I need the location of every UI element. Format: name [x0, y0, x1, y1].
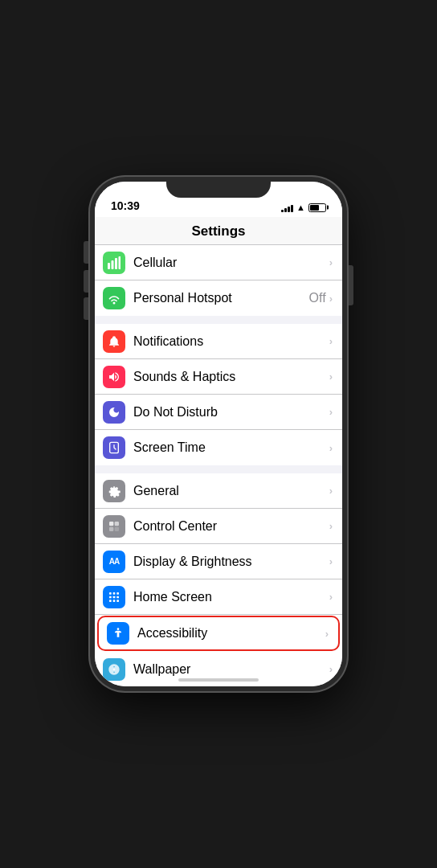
settings-content[interactable]: Settings Cellular ›	[95, 217, 342, 686]
sounds-icon	[103, 366, 125, 388]
wallpaper-chevron: ›	[329, 663, 333, 675]
svg-rect-7	[115, 522, 119, 526]
svg-rect-6	[109, 522, 113, 526]
home-indicator[interactable]	[178, 678, 259, 682]
svg-rect-3	[119, 256, 121, 269]
display-label: Display & Brightness	[133, 555, 329, 569]
row-display[interactable]: AA Display & Brightness ›	[95, 544, 342, 579]
battery-status-icon	[308, 203, 326, 212]
svg-rect-15	[116, 596, 119, 598]
wallpaper-icon	[103, 658, 125, 681]
notifications-label: Notifications	[133, 334, 329, 349]
row-cellular[interactable]: Cellular ›	[95, 245, 342, 280]
accessibility-icon	[107, 622, 129, 645]
row-homescreen[interactable]: Home Screen ›	[95, 579, 342, 615]
general-label: General	[133, 484, 329, 498]
screentime-label: Screen Time	[133, 440, 329, 455]
homescreen-chevron: ›	[329, 591, 333, 603]
homescreen-icon	[103, 586, 125, 608]
row-dnd[interactable]: Do Not Disturb ›	[95, 395, 342, 430]
phone-screen: 10:39 ▲ Settings	[95, 182, 342, 686]
gap-1	[95, 316, 342, 324]
signal-icon	[281, 203, 293, 212]
accessibility-chevron: ›	[325, 628, 329, 640]
gap-2	[95, 465, 342, 473]
dnd-icon	[103, 401, 125, 424]
sounds-label: Sounds & Haptics	[133, 370, 329, 384]
controlcenter-chevron: ›	[329, 520, 333, 532]
svg-rect-16	[109, 600, 112, 602]
general-icon	[103, 480, 125, 502]
page-title: Settings	[191, 223, 245, 239]
notifications-chevron: ›	[329, 335, 333, 347]
row-controlcenter[interactable]: Control Center ›	[95, 509, 342, 544]
svg-point-19	[117, 628, 120, 630]
screentime-icon	[103, 436, 125, 459]
row-general[interactable]: General ›	[95, 473, 342, 509]
row-hotspot[interactable]: Personal Hotspot Off ›	[95, 280, 342, 316]
svg-rect-13	[109, 596, 112, 598]
section-connectivity: Cellular › Personal Hotspot Off ›	[95, 245, 342, 316]
svg-rect-8	[109, 526, 113, 530]
sounds-chevron: ›	[329, 371, 333, 383]
hotspot-icon	[103, 287, 125, 309]
svg-point-4	[113, 302, 116, 305]
homescreen-label: Home Screen	[133, 590, 329, 604]
accessibility-label: Accessibility	[137, 626, 325, 641]
notch	[166, 177, 271, 198]
cellular-chevron: ›	[329, 256, 333, 268]
row-notifications[interactable]: Notifications ›	[95, 324, 342, 359]
svg-rect-1	[112, 260, 114, 269]
display-chevron: ›	[329, 555, 333, 567]
hotspot-label: Personal Hotspot	[133, 291, 309, 305]
svg-rect-17	[113, 600, 116, 602]
display-icon: AA	[103, 551, 125, 573]
screentime-chevron: ›	[329, 442, 333, 454]
svg-rect-0	[108, 263, 110, 269]
general-chevron: ›	[329, 485, 333, 497]
notifications-icon	[103, 330, 125, 353]
phone-frame: 10:39 ▲ Settings	[90, 177, 347, 691]
status-time: 10:39	[111, 199, 140, 212]
hotspot-value: Off	[309, 291, 326, 305]
svg-rect-12	[116, 592, 119, 595]
svg-rect-14	[113, 596, 116, 598]
svg-rect-9	[115, 526, 119, 530]
cellular-label: Cellular	[133, 256, 329, 270]
section-display: General › Control Center ›	[95, 473, 342, 686]
hotspot-chevron: ›	[329, 293, 333, 305]
nav-bar: Settings	[95, 217, 342, 245]
dnd-chevron: ›	[329, 406, 333, 418]
svg-rect-18	[116, 600, 119, 602]
row-accessibility[interactable]: Accessibility ›	[97, 616, 340, 651]
controlcenter-icon	[103, 515, 125, 538]
cellular-icon	[103, 252, 125, 274]
row-screentime[interactable]: Screen Time ›	[95, 430, 342, 465]
svg-rect-2	[115, 258, 117, 269]
section-notifications: Notifications › Sounds & Haptics ›	[95, 324, 342, 465]
controlcenter-label: Control Center	[133, 519, 329, 534]
dnd-label: Do Not Disturb	[133, 405, 329, 420]
status-icons: ▲	[281, 203, 326, 212]
svg-rect-10	[109, 592, 112, 595]
row-sounds[interactable]: Sounds & Haptics ›	[95, 359, 342, 395]
svg-rect-11	[113, 592, 116, 595]
wifi-icon: ▲	[296, 203, 305, 212]
wallpaper-label: Wallpaper	[133, 662, 329, 677]
